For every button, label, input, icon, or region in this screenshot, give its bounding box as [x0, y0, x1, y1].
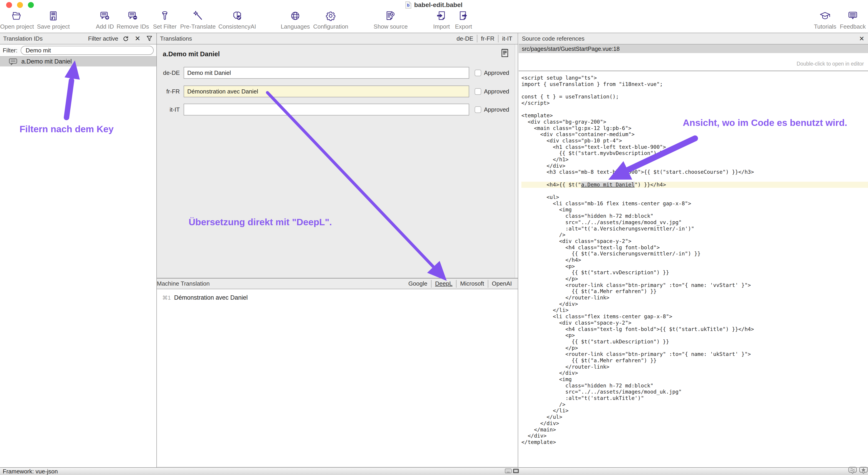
- filter-icon: [159, 10, 171, 22]
- window-title-area: b babel-edit.babel: [0, 0, 868, 9]
- toolbar-label: Open project: [0, 23, 34, 30]
- toolbar-button-export[interactable]: Export: [455, 10, 472, 30]
- code-line: </li>: [521, 408, 868, 414]
- filter-input[interactable]: [21, 46, 154, 55]
- language-tab-fr-fr[interactable]: fr-FR: [477, 35, 498, 42]
- toolbar-label: Show source: [374, 23, 408, 30]
- translation-id-label: a.Demo mit Daniel: [21, 58, 72, 65]
- code-line: [521, 175, 868, 182]
- toolbar-label: Export: [455, 23, 472, 30]
- code-line: {{ $t("start.vvDescription") }}: [521, 270, 868, 276]
- code-line: {{ $t("a.Versicherungsvermittler/-in") }…: [521, 251, 868, 257]
- add-id-icon: [99, 10, 111, 22]
- approved-checkbox-it-IT[interactable]: [475, 106, 481, 113]
- language-tab-it-it[interactable]: it-IT: [498, 35, 516, 42]
- toolbar-button-globe[interactable]: Languages: [281, 10, 310, 30]
- language-tabs: de-DEfr-FRit-IT: [453, 35, 518, 42]
- toolbar-button-tutorials[interactable]: Tutorials: [814, 10, 836, 30]
- toolbar-button-save[interactable]: Save project: [37, 10, 70, 30]
- wand-icon: [192, 10, 204, 22]
- provider-tab-openai[interactable]: OpenAI: [488, 280, 516, 287]
- toolbar-button-gear[interactable]: Configuration: [313, 10, 348, 30]
- toolbar-button-wand[interactable]: Pre-Translate: [180, 10, 216, 30]
- language-tab-de-de[interactable]: de-DE: [453, 35, 477, 42]
- clear-filter-icon[interactable]: ✕: [134, 35, 142, 42]
- code-line: {{ $t("start.ukDescription") }}: [521, 339, 868, 345]
- mt-suggestion-text: Démonstration avec Daniel: [174, 294, 248, 301]
- toolbar-button-filter[interactable]: Set Filter: [153, 10, 177, 30]
- chat-wave-icon[interactable]: [848, 467, 857, 474]
- window-title: babel-edit.babel: [414, 1, 462, 9]
- code-line: {{ $t("a.Mehr erfahren") }}: [521, 288, 868, 295]
- comment-icon[interactable]: [501, 48, 509, 58]
- toolbar-button-add-id[interactable]: Add ID: [96, 10, 114, 30]
- code-line: const { t } = useTranslation();: [521, 94, 868, 100]
- code-line: <p>: [521, 263, 868, 270]
- folder-open-icon: [11, 10, 23, 22]
- keyboard-icon[interactable]: [505, 468, 512, 474]
- toolbar-label: Tutorials: [814, 23, 836, 30]
- source-code-panel: Source code references ✕ src/pages/start…: [519, 33, 868, 467]
- code-line: <img: [521, 376, 868, 383]
- translation-row-de-DE: de-DE Approved: [157, 67, 518, 79]
- translations-title: Translations: [157, 35, 192, 42]
- translation-id-item[interactable]: a.Demo mit Daniel: [0, 57, 156, 66]
- code-line: <div class="bg-gray-200">: [521, 119, 868, 125]
- language-label: de-DE: [157, 69, 180, 76]
- code-line: </h4>: [521, 257, 868, 263]
- toolbar-label: Feedback: [840, 23, 866, 30]
- display-icon[interactable]: [513, 468, 519, 474]
- provider-tab-deepl[interactable]: DeepL: [432, 280, 456, 287]
- message-bubble-icon: [9, 58, 18, 66]
- translation-ids-panel: Translation IDs Filter active ✕: [0, 33, 157, 467]
- gear-icon: [325, 10, 337, 22]
- code-line: </ul>: [521, 414, 868, 420]
- toolbar-label: Add ID: [96, 23, 114, 30]
- approved-checkbox-de-DE[interactable]: [475, 70, 481, 76]
- refresh-icon[interactable]: [122, 35, 130, 42]
- translation-input-fr-FR[interactable]: [184, 86, 469, 97]
- code-line: </li>: [521, 307, 868, 313]
- code-line: class="hidden h-72 md:block": [521, 213, 868, 219]
- provider-tab-google[interactable]: Google: [405, 280, 431, 287]
- code-line: <h1 class="text-left text-blue-900">: [521, 144, 868, 150]
- code-line: </router-link>: [521, 295, 868, 301]
- toolbar-label: Save project: [37, 23, 70, 30]
- translation-input-de-DE[interactable]: [184, 67, 469, 79]
- toolbar-label: Languages: [281, 23, 310, 30]
- code-line: :alt="t('a.Versicherungsvermittler/-in')…: [521, 226, 868, 232]
- translation-row-it-IT: it-IT Approved: [157, 104, 518, 115]
- translation-input-it-IT[interactable]: [184, 104, 469, 115]
- approved-label: Approved: [484, 88, 509, 95]
- translations-scrollbar[interactable]: [515, 44, 518, 278]
- save-icon: [48, 10, 59, 22]
- code-line: [521, 106, 868, 112]
- machine-translation-panel: Machine Translation GoogleDeepLMicrosoft…: [157, 278, 518, 467]
- source-panel-title: Source code references: [519, 35, 585, 42]
- file-reference-row[interactable]: src/pages/start/GuestStartPage.vue:18: [519, 44, 868, 53]
- toolbar-button-brain[interactable]: ConsistencyAI: [218, 10, 256, 30]
- code-line: <div class="space-y-2">: [521, 238, 868, 244]
- toolbar-button-remove-ids[interactable]: Remove IDs: [117, 10, 149, 30]
- toolbar-label: Import: [433, 23, 450, 30]
- open-in-editor-hint: Double-click to open in editor: [797, 61, 864, 67]
- star-bubble-icon[interactable]: [859, 467, 868, 474]
- toolbar-button-feedback[interactable]: Feedback: [840, 10, 866, 30]
- code-line: {{ $t("a.Mehr erfahren") }}: [521, 358, 868, 364]
- provider-tab-microsoft[interactable]: Microsoft: [457, 280, 488, 287]
- code-line: <ul>: [521, 194, 868, 201]
- toolbar-button-folder-open[interactable]: Open project: [0, 10, 34, 30]
- approved-checkbox-fr-FR[interactable]: [475, 88, 481, 95]
- toolbar-label: Set Filter: [153, 23, 177, 30]
- toolbar-button-show-source[interactable]: Show source: [374, 10, 408, 30]
- code-line: </div>: [521, 370, 868, 376]
- close-panel-icon[interactable]: ✕: [859, 35, 868, 42]
- provider-tabs: GoogleDeepLMicrosoftOpenAI: [405, 280, 518, 287]
- code-line: </div>: [521, 163, 868, 169]
- mt-suggestion-row[interactable]: ⌘1 Démonstration avec Daniel: [157, 294, 248, 301]
- language-label: fr-FR: [157, 88, 180, 95]
- code-line: </h1>: [521, 157, 868, 163]
- toolbar-button-import[interactable]: Import: [433, 10, 450, 30]
- code-line: {{ $t("start.myvbvDescription") }}: [521, 150, 868, 157]
- filter-icon[interactable]: [146, 35, 153, 42]
